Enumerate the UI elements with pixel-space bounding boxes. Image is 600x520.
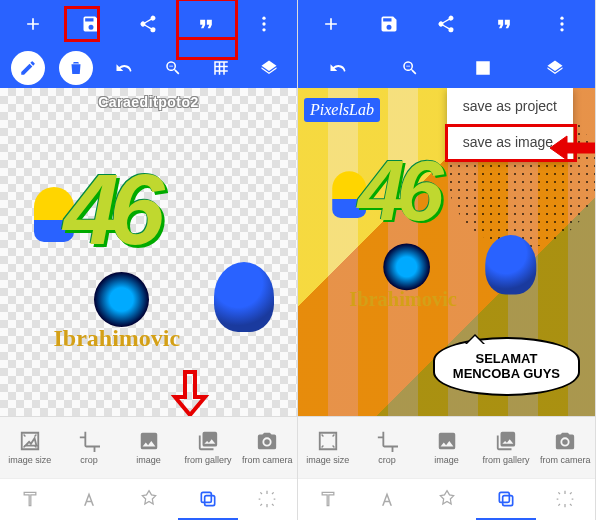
svg-rect-11 [503,495,513,505]
artwork-layer[interactable]: 46 Ibrahimovic [34,162,264,342]
image-tool[interactable]: image [119,417,178,478]
tab-font[interactable] [59,479,118,520]
sub-toolbar-right: PixelsLab [298,48,595,88]
tool-label: image [136,455,161,465]
from-gallery-tool[interactable]: from gallery [178,417,237,478]
tool-label: image size [306,455,349,465]
tool-label: crop [378,455,396,465]
tab-effects[interactable] [238,479,297,520]
svg-rect-4 [201,492,211,502]
tab-row-left [0,478,297,520]
delete-button[interactable] [59,51,93,85]
grid-button[interactable] [204,51,238,85]
tab-effects[interactable] [536,479,595,520]
image-size-tool[interactable]: image size [0,417,59,478]
motorbike-rider [94,272,149,327]
top-toolbar-left [0,0,297,48]
watermark-text: Caraeditpoto2 [98,94,199,110]
number-46: 46 [357,142,435,240]
canvas-right[interactable]: 46 Ibrahimovic SELAMAT MENCOBA GUYS save… [298,88,595,416]
svg-point-3 [265,439,271,445]
artwork-name: Ibrahimovic [349,289,457,312]
tab-text[interactable] [0,479,59,520]
quote-button[interactable] [487,7,521,41]
add-button[interactable] [314,7,348,41]
bubble-line1: SELAMAT [453,351,560,367]
svg-point-6 [560,17,563,20]
from-camera-tool[interactable]: from camera [238,417,297,478]
pixellab-badge: PixelsLab [304,98,380,122]
svg-rect-10 [499,492,509,502]
tool-label: from camera [540,455,591,465]
crop-tool[interactable]: crop [59,417,118,478]
save-button[interactable] [372,7,406,41]
svg-point-9 [563,439,569,445]
share-button[interactable] [131,7,165,41]
sonic-character [485,235,536,295]
speech-bubble: SELAMAT MENCOBA GUYS [433,337,580,396]
tool-label: from gallery [482,455,529,465]
arrow-down-icon [170,367,210,416]
tab-image[interactable] [178,479,237,520]
top-toolbar-right [298,0,595,48]
tool-row-right: image size crop image from gallery from … [298,416,595,478]
number-46: 46 [64,152,155,267]
tab-font[interactable] [357,479,416,520]
tab-text[interactable] [298,479,357,520]
svg-point-8 [560,28,563,31]
tab-shape[interactable] [417,479,476,520]
quote-button[interactable] [189,7,223,41]
tab-shape[interactable] [119,479,178,520]
canvas-left[interactable]: Caraeditpoto2 46 Ibrahimovic [0,88,297,416]
grid-button[interactable] [466,51,500,85]
image-size-tool[interactable]: image size [298,417,357,478]
tool-label: crop [80,455,98,465]
bubble-line2: MENCOBA GUYS [453,366,560,382]
artwork-layer[interactable]: 46 Ibrahimovic [332,150,528,303]
svg-point-2 [262,28,265,31]
tab-row-right [298,478,595,520]
motorbike-rider [383,244,430,291]
layers-button[interactable] [538,51,572,85]
save-as-project-item[interactable]: save as project [447,88,573,124]
undo-button[interactable] [107,51,141,85]
save-button[interactable] [74,7,108,41]
zoom-out-button[interactable] [393,51,427,85]
tab-image[interactable] [476,479,535,520]
edit-mode-button[interactable] [11,51,45,85]
from-gallery-tool[interactable]: from gallery [476,417,535,478]
svg-point-1 [262,22,265,25]
tool-row-left: image size crop image from gallery from … [0,416,297,478]
crop-tool[interactable]: crop [357,417,416,478]
tool-label: from camera [242,455,293,465]
undo-button[interactable] [321,51,355,85]
svg-point-0 [262,17,265,20]
image-tool[interactable]: image [417,417,476,478]
svg-rect-5 [205,495,215,505]
sub-toolbar-left [0,48,297,88]
artwork-name: Ibrahimovic [54,325,181,352]
share-button[interactable] [429,7,463,41]
tool-label: image [434,455,459,465]
add-button[interactable] [16,7,50,41]
sonic-character [214,262,274,332]
zoom-out-button[interactable] [156,51,190,85]
more-button[interactable] [545,7,579,41]
tool-label: from gallery [184,455,231,465]
layers-button[interactable] [252,51,286,85]
arrow-left-icon [547,133,595,167]
left-app-panel: Caraeditpoto2 46 Ibrahimovic image size … [0,0,298,520]
tool-label: image size [8,455,51,465]
more-button[interactable] [247,7,281,41]
svg-point-7 [560,22,563,25]
from-camera-tool[interactable]: from camera [536,417,595,478]
right-app-panel: PixelsLab 46 Ibrahimovic SELAMAT MENCOBA… [298,0,596,520]
